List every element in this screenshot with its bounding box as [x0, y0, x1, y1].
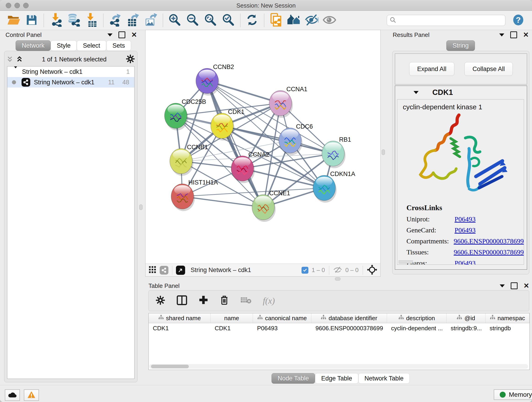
network-view-share-icon[interactable]	[160, 266, 168, 274]
zoom-out-button[interactable]	[185, 13, 200, 28]
horizontal-splitter[interactable]	[335, 277, 341, 281]
zoom-selected-button[interactable]	[220, 13, 236, 28]
collection-expand-icon[interactable]	[13, 68, 18, 75]
vertical-splitter-right[interactable]	[382, 149, 385, 155]
node-label: CDK1	[228, 108, 244, 115]
results-scrollbar-thumb[interactable]	[399, 260, 413, 264]
table-row[interactable]: CDK1CDK1P064939606.ENSP00000378699cyclin…	[149, 323, 530, 333]
crosslink-link[interactable]: P06493	[455, 259, 476, 265]
memory-button[interactable]: Memory	[494, 389, 532, 400]
results-panel-float-icon[interactable]	[510, 32, 517, 38]
refresh-button[interactable]	[244, 13, 260, 28]
delete-column-icon[interactable]	[220, 295, 229, 306]
crosslink-link[interactable]: 9606.ENSP00000378699	[454, 237, 524, 245]
control-panel-float-icon[interactable]	[119, 32, 125, 38]
network-node-cdkn1a[interactable]: CDKN1A	[313, 171, 355, 203]
network-node-cdc25b[interactable]: CDC25B	[165, 98, 206, 130]
network-node-ccna1[interactable]: CCNA1	[269, 86, 307, 118]
network-options-gear-icon[interactable]	[126, 54, 135, 64]
table-cell[interactable]: P06493	[253, 325, 311, 332]
save-session-button[interactable]	[24, 13, 39, 28]
cloud-status-button[interactable]	[5, 389, 20, 401]
network-edge[interactable]	[207, 81, 263, 207]
column-header-name[interactable]: name	[210, 313, 253, 323]
column-header-database-identifier[interactable]: database identifier	[311, 313, 387, 323]
crosslink-link[interactable]: P06493	[455, 226, 476, 234]
table-panel-menu-icon[interactable]	[500, 284, 505, 287]
import-table-button[interactable]	[83, 13, 99, 28]
tab-sets[interactable]: Sets	[106, 40, 131, 51]
titlebar: Session: New Session	[0, 0, 532, 11]
warnings-button[interactable]	[24, 389, 39, 401]
table-hscrollbar[interactable]	[149, 364, 528, 369]
table-cell[interactable]: 9606.ENSP00000378699	[311, 325, 387, 332]
show-columns-icon[interactable]	[177, 295, 187, 306]
clone-network-button[interactable]	[268, 13, 284, 28]
results-panel-close-icon[interactable]: ✕	[523, 32, 529, 38]
network-node-ccnb2[interactable]: CCNB2	[196, 64, 234, 96]
show-all-button[interactable]	[322, 13, 337, 28]
import-network-button[interactable]	[48, 13, 63, 28]
tab-select[interactable]: Select	[77, 40, 106, 51]
search-input[interactable]	[399, 17, 502, 24]
tab-edge-table[interactable]: Edge Table	[315, 373, 358, 384]
home-button[interactable]	[286, 13, 302, 28]
export-table-button[interactable]	[125, 13, 141, 28]
results-panel-menu-icon[interactable]	[499, 33, 504, 36]
hide-selected-button[interactable]	[304, 13, 319, 28]
network-canvas[interactable]: CCNB2CCNA1CDC25BCDK1CDC6RB1CCNB1CCNA2CDK…	[146, 30, 380, 263]
hidden-count-eye-icon[interactable]	[333, 266, 342, 274]
tab-node-table[interactable]: Node Table	[272, 373, 315, 384]
export-image-button[interactable]	[143, 13, 158, 28]
fit-crosshair-icon[interactable]	[367, 265, 377, 276]
crosslink-link[interactable]: P06493	[455, 215, 476, 223]
table-cell[interactable]: stringdb:9...	[447, 325, 486, 332]
control-panel-close-icon[interactable]: ✕	[131, 32, 137, 38]
crosslink-link[interactable]: 9606.ENSP00000378699	[454, 248, 524, 256]
zoom-fit-button[interactable]	[203, 13, 218, 28]
function-builder-button[interactable]: f(x)	[263, 296, 275, 306]
column-header-canonical-name[interactable]: canonical name	[253, 313, 311, 323]
birdseye-view-icon[interactable]	[176, 266, 185, 275]
export-network-button[interactable]	[107, 13, 123, 28]
import-network-from-database-button[interactable]	[65, 13, 81, 28]
tab-network-table[interactable]: Network Table	[358, 373, 410, 384]
collapse-all-networks-icon[interactable]	[7, 56, 13, 63]
help-button[interactable]: ?	[510, 13, 526, 28]
grid-view-icon[interactable]	[149, 266, 157, 274]
table-hscrollbar-thumb[interactable]	[151, 365, 189, 368]
add-column-icon[interactable]	[199, 295, 208, 306]
expand-all-button[interactable]: Expand All	[409, 62, 455, 76]
tab-style[interactable]: Style	[51, 40, 77, 51]
network-edge[interactable]	[222, 126, 333, 153]
table-cell[interactable]: stringdb	[486, 325, 530, 332]
table-cell[interactable]: cyclin-dependent ...	[387, 325, 447, 332]
vertical-splitter-left[interactable]	[139, 204, 143, 210]
table-settings-gear-icon[interactable]	[156, 295, 165, 306]
expand-all-networks-icon[interactable]	[16, 56, 23, 63]
network-node-rb1[interactable]: RB1	[322, 136, 351, 168]
network-row[interactable]: String Network – cdk1 11 48	[7, 77, 134, 88]
gene-section-header[interactable]: CDK1	[395, 86, 527, 99]
table-panel-float-icon[interactable]	[511, 282, 518, 289]
column-header-description[interactable]: description	[387, 313, 447, 323]
crosslink-label: Compartments:	[406, 237, 454, 245]
column-header--id[interactable]: @id	[447, 313, 486, 323]
column-header-namespac[interactable]: namespac	[486, 313, 530, 323]
search-field[interactable]	[387, 15, 505, 26]
collapse-all-button[interactable]: Collapse All	[464, 62, 513, 76]
network-collection-row[interactable]: String Network – cdk1 1	[7, 66, 134, 77]
column-header-shared-name[interactable]: shared name	[149, 313, 210, 323]
network-node-ccnb1[interactable]: CCNB1	[170, 144, 208, 176]
zoom-in-button[interactable]	[167, 13, 182, 28]
table-panel-close-icon[interactable]: ✕	[524, 283, 529, 288]
tab-string[interactable]: String	[446, 40, 475, 51]
tab-network[interactable]: Network	[16, 40, 51, 51]
control-panel-menu-icon[interactable]	[108, 33, 113, 36]
table-cell[interactable]: CDK1	[210, 325, 253, 332]
gene-collapse-icon[interactable]	[413, 91, 418, 94]
table-cell[interactable]: CDK1	[149, 325, 210, 332]
open-session-button[interactable]	[6, 13, 22, 28]
selected-count-checkbox[interactable]	[302, 267, 308, 274]
delete-table-icon[interactable]	[240, 296, 251, 305]
